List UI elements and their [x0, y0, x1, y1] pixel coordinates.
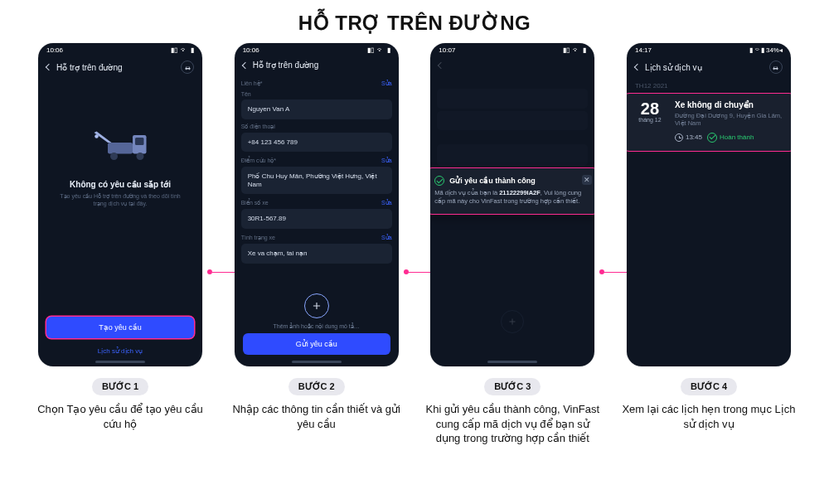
- step-badge: BƯỚC 4: [681, 378, 737, 395]
- page-title: HỖ TRỢ TRÊN ĐƯỜNG: [0, 0, 829, 35]
- request-form: Liên hệ*Sửa Tên Nguyen Van A Số điện tho…: [235, 80, 399, 264]
- card-month: tháng 12: [632, 117, 668, 123]
- edit-link[interactable]: Sửa: [381, 200, 392, 206]
- step-badge: BƯỚC 2: [288, 378, 345, 395]
- status-time: 14:17: [635, 46, 652, 54]
- back-icon[interactable]: [634, 64, 641, 70]
- wifi-icon: ᯤ: [181, 46, 187, 54]
- tow-truck-icon: [83, 120, 158, 170]
- wifi-icon: ᯤ: [377, 46, 384, 54]
- name-label: Tên: [241, 91, 392, 97]
- header-title: Hỗ trợ trên đường: [253, 61, 319, 70]
- location-field[interactable]: Phố Chu Huy Mân, Phường Việt Hưng, Việt …: [241, 167, 392, 194]
- home-indicator: [292, 361, 342, 363]
- plus-icon: [507, 317, 517, 327]
- section-label: Điểm cứu hộ*: [241, 158, 276, 164]
- card-meta: 13:45 Hoàn thành: [675, 133, 787, 143]
- signal-icon: ▮▯: [171, 46, 177, 54]
- app-header: Hỗ trợ trên đường: [235, 54, 399, 75]
- check-icon: [707, 133, 717, 143]
- battery-icon: ▮: [387, 46, 390, 54]
- top-action-button[interactable]: [181, 61, 194, 74]
- name-field[interactable]: Nguyen Van A: [241, 99, 392, 119]
- history-link[interactable]: Lịch sử dịch vụ: [38, 347, 202, 355]
- success-toast: ✕ Gửi yêu cầu thành công Mã dịch vụ của …: [430, 167, 594, 215]
- signal-icon: ▮▯: [563, 46, 570, 54]
- home-indicator: [487, 361, 537, 363]
- section-label: Tình trạng xe: [241, 235, 275, 241]
- status-bar: 10:07 ▮▯ᯤ▮: [430, 43, 594, 54]
- car-icon: [184, 64, 191, 71]
- card-time-text: 13:45: [686, 133, 702, 141]
- status-right: ▮▯ᯤ▮: [364, 46, 390, 54]
- phone-screen-2: 10:06 ▮▯ᯤ▮ Hỗ trợ trên đường Liên hệ*Sửa…: [235, 43, 399, 366]
- header-title: Lịch sử dịch vụ: [645, 63, 702, 72]
- toast-title: Gửi yêu cầu thành công: [434, 176, 590, 186]
- toast-close-button[interactable]: ✕: [582, 175, 592, 185]
- svg-rect-0: [108, 143, 133, 154]
- status-bar: 10:06 ▮▯ᯤ▮: [235, 43, 399, 54]
- step-col-3: 10:07 ▮▯ᯤ▮ ✕: [430, 43, 594, 446]
- card-title: Xe không di chuyển: [675, 100, 787, 109]
- header-title: Hỗ trợ trên đường: [56, 63, 123, 72]
- section-condition: Tình trạng xeSửa: [241, 235, 392, 241]
- card-status: Hoàn thành: [707, 133, 754, 143]
- section-label: Liên hệ*: [241, 80, 263, 87]
- submit-request-button[interactable]: Gửi yêu cầu: [243, 333, 390, 355]
- service-code: 21122299IA2F: [499, 189, 541, 196]
- plus-icon: [311, 300, 322, 312]
- history-card[interactable]: 28 tháng 12 Xe không di chuyển Đường Đại…: [627, 93, 791, 152]
- card-address: Đường Đại Dương 9, Huyện Gia Lâm, Việt N…: [675, 112, 787, 128]
- back-icon[interactable]: [46, 64, 52, 70]
- empty-subtitle: Tạo yêu cầu Hỗ trợ trên đường và theo dõ…: [58, 192, 182, 207]
- toast-body: Mã dịch vụ của bạn là 21122299IA2F, Vui …: [434, 189, 590, 206]
- create-request-button[interactable]: Tạo yêu cầu: [46, 317, 194, 338]
- section-location: Điểm cứu hộ*Sửa: [241, 158, 392, 164]
- top-action-button[interactable]: [769, 61, 783, 74]
- signal-icon: ▮▯: [367, 46, 374, 54]
- card-status-text: Hoàn thành: [720, 133, 754, 141]
- svg-point-3: [110, 153, 118, 160]
- plate-field[interactable]: 30R1-567.89: [241, 209, 392, 229]
- status-right: ▮▯ᯤ▮: [167, 46, 194, 54]
- app-header-dimmed: [430, 54, 594, 75]
- section-contact: Liên hệ*Sửa: [241, 80, 392, 87]
- step-badge: BƯỚC 1: [92, 378, 148, 395]
- wifi-icon: ᯤ: [573, 46, 579, 54]
- phone-screen-4: 14:17 ▮ ⌔ ▮ 34%◂ Lịch sử dịch vụ TH12 20…: [627, 43, 791, 366]
- back-icon: [438, 61, 444, 68]
- phone-field[interactable]: +84 123 456 789: [241, 133, 392, 153]
- card-main: Xe không di chuyển Đường Đại Dương 9, Hu…: [675, 100, 787, 143]
- clock-icon: [675, 133, 683, 142]
- step-badge: BƯỚC 3: [484, 378, 541, 395]
- svg-rect-2: [135, 138, 144, 145]
- header-title: [448, 61, 451, 70]
- add-attachment-label: Thêm ảnh hoặc nội dung mô tả…: [235, 323, 399, 330]
- step-col-1: 10:06 ▮▯ᯤ▮ Hỗ trợ trên đường: [38, 43, 202, 431]
- empty-title: Không có yêu cầu sắp tới: [70, 180, 171, 189]
- edit-link[interactable]: Sửa: [381, 80, 392, 87]
- status-time: 10:06: [46, 46, 63, 54]
- edit-link[interactable]: Sửa: [381, 235, 392, 241]
- steps-grid: 10:06 ▮▯ᯤ▮ Hỗ trợ trên đường: [0, 35, 829, 446]
- back-icon[interactable]: [241, 61, 248, 68]
- home-indicator: [95, 361, 145, 363]
- step-description: Chọn Tạo yêu cầu để tạo yêu cầu cứu hộ: [33, 402, 207, 431]
- toast-body-pre: Mã dịch vụ của bạn là: [434, 189, 499, 196]
- svg-point-4: [137, 153, 144, 160]
- step-description: Xem lại các lịch hẹn trong mục Lịch sử d…: [622, 402, 796, 431]
- condition-field[interactable]: Xe va chạm, tai nạn: [241, 244, 392, 264]
- car-icon: [772, 64, 779, 71]
- check-icon: [434, 176, 444, 186]
- card-time: 13:45: [675, 133, 702, 142]
- phone-screen-1: 10:06 ▮▯ᯤ▮ Hỗ trợ trên đường: [38, 43, 202, 366]
- status-bar: 14:17 ▮ ⌔ ▮ 34%◂: [627, 43, 791, 54]
- step-description: Nhập các thông tin cần thiết và gửi yêu …: [230, 402, 404, 431]
- battery-icon: ▮: [191, 46, 194, 54]
- battery-icon: ▮: [583, 46, 586, 54]
- app-header: Hỗ trợ trên đường: [38, 54, 202, 79]
- empty-state: Không có yêu cầu sắp tới Tạo yêu cầu Hỗ …: [38, 79, 202, 207]
- status-time: 10:07: [439, 46, 455, 54]
- edit-link[interactable]: Sửa: [381, 158, 392, 164]
- add-attachment-button[interactable]: [304, 293, 329, 318]
